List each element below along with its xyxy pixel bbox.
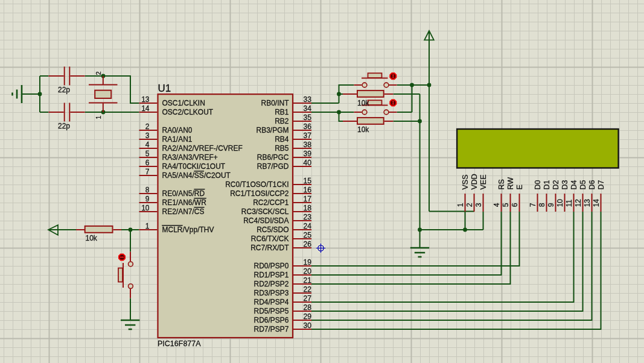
- svg-text:MCLR/Vpp/THV: MCLR/Vpp/THV: [162, 226, 214, 234]
- svg-text:1: 1: [456, 203, 465, 207]
- svg-text:RE1/AN6/WR: RE1/AN6/WR: [162, 198, 207, 207]
- svg-text:40: 40: [304, 159, 312, 167]
- svg-text:RD2/PSP2: RD2/PSP2: [253, 280, 289, 288]
- svg-text:U1: U1: [158, 83, 171, 94]
- svg-text:RB5: RB5: [275, 144, 289, 153]
- svg-text:VDD: VDD: [470, 174, 479, 189]
- svg-text:D1: D1: [543, 180, 551, 189]
- svg-text:9: 9: [547, 203, 555, 207]
- svg-text:RD0/PSP0: RD0/PSP0: [253, 262, 289, 270]
- svg-text:RC4/SDI/SDA: RC4/SDI/SDA: [243, 216, 289, 225]
- svg-text:OSC1/CLKIN: OSC1/CLKIN: [162, 99, 205, 107]
- svg-text:35: 35: [304, 113, 312, 122]
- svg-text:RB6/PGC: RB6/PGC: [257, 153, 289, 162]
- svg-text:30: 30: [304, 321, 312, 330]
- svg-text:13: 13: [141, 95, 150, 104]
- svg-text:15: 15: [304, 177, 312, 185]
- svg-text:RW: RW: [506, 177, 515, 190]
- svg-text:RC3/SCK/SCL: RC3/SCK/SCL: [241, 207, 289, 216]
- svg-text:RA5/AN4/SS/C2OUT: RA5/AN4/SS/C2OUT: [162, 171, 231, 180]
- svg-text:3: 3: [145, 131, 150, 140]
- svg-text:29: 29: [304, 312, 312, 321]
- svg-text:14: 14: [592, 199, 601, 207]
- svg-text:7: 7: [529, 203, 537, 207]
- svg-text:19: 19: [304, 258, 312, 267]
- svg-text:RD6/PSP6: RD6/PSP6: [253, 316, 289, 324]
- svg-text:RA2/AN2/VREF-/CVREF: RA2/AN2/VREF-/CVREF: [162, 144, 243, 153]
- svg-text:10k: 10k: [357, 125, 369, 134]
- svg-text:10k: 10k: [357, 99, 369, 107]
- svg-text:37: 37: [304, 131, 312, 140]
- svg-text:D6: D6: [588, 180, 596, 189]
- svg-text:18: 18: [304, 204, 312, 212]
- svg-text:10: 10: [556, 199, 564, 207]
- svg-text:23: 23: [304, 213, 312, 221]
- svg-text:33: 33: [304, 95, 312, 104]
- svg-text:5: 5: [502, 203, 510, 207]
- svg-text:1: 1: [145, 222, 150, 230]
- svg-text:RB3/PGM: RB3/PGM: [256, 126, 289, 134]
- svg-text:10: 10: [141, 204, 150, 212]
- svg-text:14: 14: [141, 104, 150, 113]
- svg-text:9: 9: [145, 195, 150, 203]
- svg-text:PIC16F877A: PIC16F877A: [158, 339, 201, 348]
- svg-text:RA0/AN0: RA0/AN0: [162, 126, 193, 134]
- svg-text:28: 28: [304, 303, 312, 312]
- svg-text:17: 17: [304, 195, 312, 203]
- svg-text:D3: D3: [561, 180, 569, 189]
- svg-text:4: 4: [145, 140, 150, 149]
- svg-text:D4: D4: [570, 180, 578, 189]
- svg-text:E: E: [515, 185, 524, 189]
- svg-text:22p: 22p: [58, 122, 70, 130]
- svg-text:4: 4: [493, 203, 501, 207]
- svg-text:D5: D5: [579, 180, 587, 189]
- svg-text:21: 21: [304, 276, 312, 285]
- svg-text:5: 5: [145, 150, 150, 158]
- svg-text:20: 20: [304, 267, 312, 276]
- svg-text:RC2/CCP1: RC2/CCP1: [253, 198, 289, 207]
- svg-text:RD1/PSP1: RD1/PSP1: [253, 271, 289, 279]
- svg-text:RB0/INT: RB0/INT: [261, 99, 289, 107]
- svg-text:16: 16: [304, 186, 312, 194]
- svg-text:RB7/PGD: RB7/PGD: [257, 162, 289, 171]
- svg-text:36: 36: [304, 122, 312, 131]
- svg-text:RC6/TX/CK: RC6/TX/CK: [251, 235, 289, 243]
- svg-text:RD4/PSP4: RD4/PSP4: [253, 298, 289, 306]
- svg-text:RA1/AN1: RA1/AN1: [162, 135, 193, 144]
- svg-text:RA3/AN3/VREF+: RA3/AN3/VREF+: [162, 153, 218, 162]
- svg-text:8: 8: [538, 203, 546, 207]
- svg-text:D0: D0: [534, 180, 542, 189]
- svg-text:RC5/SDO: RC5/SDO: [257, 226, 289, 234]
- svg-text:6: 6: [511, 203, 519, 207]
- svg-text:2: 2: [95, 71, 102, 75]
- svg-text:8: 8: [145, 186, 150, 194]
- svg-text:39: 39: [304, 150, 312, 158]
- svg-text:26: 26: [304, 240, 312, 248]
- svg-text:RD7/PSP7: RD7/PSP7: [253, 325, 289, 333]
- svg-text:3: 3: [474, 203, 483, 207]
- svg-text:RE0/AN5/RD: RE0/AN5/RD: [162, 189, 205, 198]
- svg-text:D2: D2: [552, 180, 560, 189]
- svg-text:2: 2: [465, 203, 474, 207]
- svg-text:RC7/RX/DT: RC7/RX/DT: [250, 244, 289, 252]
- svg-text:OSC2/CLKOUT: OSC2/CLKOUT: [162, 108, 214, 116]
- svg-text:RB2: RB2: [275, 117, 289, 125]
- svg-text:RC0/T1OSO/T1CKI: RC0/T1OSO/T1CKI: [225, 180, 289, 189]
- svg-text:38: 38: [304, 140, 312, 149]
- svg-text:RD5/PSP5: RD5/PSP5: [253, 307, 289, 315]
- svg-text:34: 34: [304, 104, 312, 113]
- svg-text:RA4/T0CKI/C1OUT: RA4/T0CKI/C1OUT: [162, 162, 226, 171]
- svg-text:22p: 22p: [58, 86, 70, 94]
- svg-text:2: 2: [145, 122, 150, 131]
- svg-text:12: 12: [574, 199, 582, 207]
- svg-text:10k: 10k: [86, 234, 98, 242]
- svg-text:D7: D7: [597, 180, 605, 189]
- svg-text:VSS: VSS: [461, 174, 470, 189]
- svg-text:1: 1: [95, 116, 102, 119]
- svg-text:22: 22: [304, 285, 312, 294]
- svg-text:RB1: RB1: [275, 108, 289, 116]
- svg-text:RS: RS: [497, 179, 506, 189]
- svg-text:13: 13: [583, 199, 591, 207]
- svg-text:27: 27: [304, 294, 312, 303]
- svg-text:6: 6: [145, 159, 150, 167]
